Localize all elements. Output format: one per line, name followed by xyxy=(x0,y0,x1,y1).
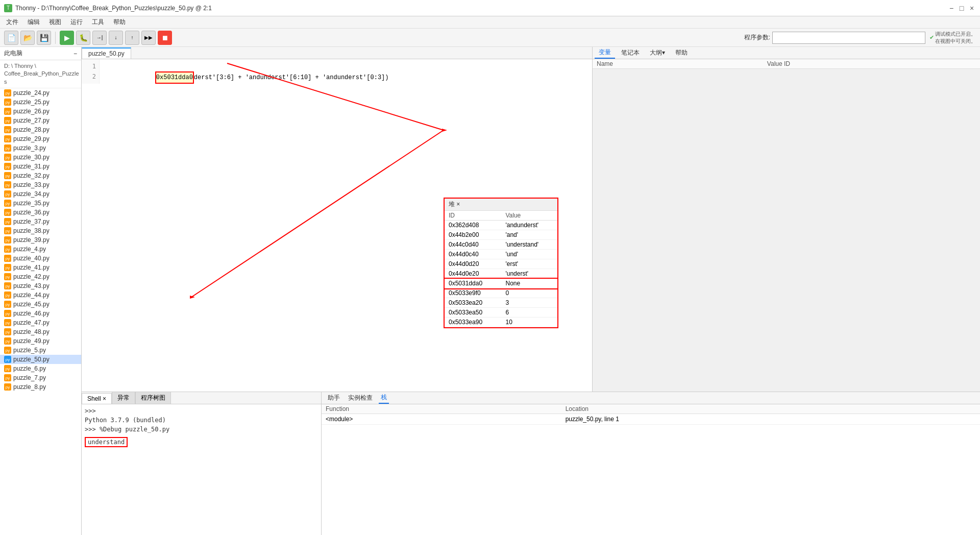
tab-puzzle50[interactable]: puzzle_50.py xyxy=(82,47,131,59)
sidebar-item-puzzle_35-py[interactable]: pypuzzle_35.py xyxy=(0,199,81,208)
save-file-button[interactable]: 💾 xyxy=(37,31,51,45)
sidebar-item-label: puzzle_24.py xyxy=(13,89,50,96)
title-left: T Thonny - D:\Thonny\Coffee_Break_Python… xyxy=(4,4,212,12)
shell-content[interactable]: >>> Python 3.7.9 (bundled) >>> %Debug pu… xyxy=(82,404,321,535)
sidebar-item-puzzle_4-py[interactable]: pypuzzle_4.py xyxy=(0,245,81,254)
step-out-button[interactable]: ↑ xyxy=(125,31,139,45)
menu-item-帮助[interactable]: 帮助 xyxy=(109,17,130,28)
sidebar-item-puzzle_37-py[interactable]: pypuzzle_37.py xyxy=(0,217,81,226)
sidebar-item-puzzle_45-py[interactable]: pypuzzle_45.py xyxy=(0,300,81,309)
sidebar-item-puzzle_8-py[interactable]: pypuzzle_8.py xyxy=(0,382,81,392)
shell-panel: Shell × 异常 程序树图 >>> Python 3.7.9 (bundle… xyxy=(82,392,322,535)
var-col-name: Name xyxy=(593,59,763,69)
sidebar-item-puzzle_7-py[interactable]: pypuzzle_7.py xyxy=(0,373,81,382)
file-icon: py xyxy=(4,246,11,253)
tab-program-tree[interactable]: 程序树图 xyxy=(135,392,171,404)
sidebar-item-puzzle_43-py[interactable]: pypuzzle_43.py xyxy=(0,281,81,290)
open-file-button[interactable]: 📂 xyxy=(20,31,35,45)
sidebar-item-puzzle_49-py[interactable]: pypuzzle_49.py xyxy=(0,336,81,346)
sidebar-item-puzzle_25-py[interactable]: pypuzzle_25.py xyxy=(0,98,81,107)
sidebar-item-label: puzzle_44.py xyxy=(13,291,50,299)
sidebar-item-puzzle_39-py[interactable]: pypuzzle_39.py xyxy=(0,235,81,245)
sidebar-item-puzzle_6-py[interactable]: pypuzzle_6.py xyxy=(0,364,81,373)
sidebar-item-puzzle_46-py[interactable]: pypuzzle_46.py xyxy=(0,309,81,318)
program-args-input[interactable] xyxy=(772,32,925,44)
sidebar-item-label: puzzle_48.py xyxy=(13,328,50,335)
menu-item-工具[interactable]: 工具 xyxy=(88,17,108,28)
sidebar-item-puzzle_26-py[interactable]: pypuzzle_26.py xyxy=(0,107,81,116)
tab-shell[interactable]: Shell × xyxy=(82,393,112,404)
close-button[interactable]: × xyxy=(968,4,976,12)
sidebar-item-label: puzzle_25.py xyxy=(13,99,50,106)
sidebar-collapse-icon[interactable]: − xyxy=(74,50,77,57)
tab-assistant[interactable]: 助手 xyxy=(326,393,342,403)
sidebar-item-puzzle_34-py[interactable]: pypuzzle_34.py xyxy=(0,189,81,199)
sidebar-item-puzzle_48-py[interactable]: pypuzzle_48.py xyxy=(0,327,81,336)
tab-exception[interactable]: 异常 xyxy=(112,392,135,404)
title-controls[interactable]: − □ × xyxy=(947,4,976,12)
maximize-button[interactable]: □ xyxy=(958,4,966,12)
sidebar-item-label: puzzle_41.py xyxy=(13,264,50,271)
menu-item-运行[interactable]: 运行 xyxy=(66,17,87,28)
tab-outline[interactable]: 大纲▾ xyxy=(646,47,669,58)
sidebar-item-label: puzzle_42.py xyxy=(13,273,50,280)
tab-notebook[interactable]: 笔记本 xyxy=(617,47,644,58)
sidebar-item-puzzle_42-py[interactable]: pypuzzle_42.py xyxy=(0,272,81,281)
new-file-button[interactable]: 📄 xyxy=(4,31,18,45)
file-icon: py xyxy=(4,291,11,299)
file-icon: py xyxy=(4,172,11,179)
sidebar-path: D: \ Thonny \ Coffee_Break_Python_Puzzle… xyxy=(0,60,81,88)
sidebar-item-puzzle_38-py[interactable]: pypuzzle_38.py xyxy=(0,226,81,235)
editor-tabs: puzzle_50.py xyxy=(82,47,592,59)
sidebar-item-puzzle_24-py[interactable]: pypuzzle_24.py xyxy=(0,88,81,98)
stack-panel: 助手 实例检查 栈 Function Location xyxy=(322,392,980,535)
file-icon: py xyxy=(4,108,11,115)
line-num-2: 2 xyxy=(82,71,99,82)
sidebar-item-label: puzzle_3.py xyxy=(13,144,46,152)
sidebar-item-puzzle_40-py[interactable]: pypuzzle_40.py xyxy=(0,254,81,263)
step-into-button[interactable]: ↓ xyxy=(109,31,123,45)
file-icon: py xyxy=(4,135,11,142)
stop-button[interactable]: ⏹ xyxy=(158,31,172,45)
debug-button[interactable]: 🐛 xyxy=(76,31,90,45)
sidebar-item-puzzle_28-py[interactable]: pypuzzle_28.py xyxy=(0,125,81,134)
menu-item-视图[interactable]: 视图 xyxy=(45,17,65,28)
sidebar-item-label: puzzle_7.py xyxy=(13,374,46,381)
tab-stack[interactable]: 栈 xyxy=(379,392,389,404)
sidebar-item-label: puzzle_33.py xyxy=(13,181,50,188)
var-col-value: Value ID xyxy=(763,59,980,69)
sidebar-item-puzzle_29-py[interactable]: pypuzzle_29.py xyxy=(0,134,81,143)
sidebar-item-puzzle_36-py[interactable]: pypuzzle_36.py xyxy=(0,208,81,217)
stack-row: <module> puzzle_50.py, line 1 xyxy=(322,414,980,425)
sidebar-item-puzzle_33-py[interactable]: pypuzzle_33.py xyxy=(0,180,81,189)
tab-instance-check[interactable]: 实例检查 xyxy=(346,393,375,403)
step-over-button[interactable]: →| xyxy=(92,31,107,45)
run-button[interactable]: ▶ xyxy=(60,31,74,45)
heap-row: 0x5033ea506 xyxy=(445,308,557,318)
heap-row: 0x5033ea203 xyxy=(445,298,557,308)
sidebar-item-puzzle_27-py[interactable]: pypuzzle_27.py xyxy=(0,116,81,125)
sidebar-item-puzzle_30-py[interactable]: pypuzzle_30.py xyxy=(0,153,81,162)
sidebar-item-puzzle_50-py[interactable]: pypuzzle_50.py xyxy=(0,355,81,364)
tab-variables[interactable]: 变量 xyxy=(595,47,615,59)
shell-debug-command: >>> %Debug puzzle_50.py xyxy=(85,426,318,433)
file-icon: py xyxy=(4,301,11,308)
menu-item-文件[interactable]: 文件 xyxy=(2,17,22,28)
resume-button[interactable]: ▶▶ xyxy=(141,31,156,45)
sidebar-item-puzzle_31-py[interactable]: pypuzzle_31.py xyxy=(0,162,81,171)
sidebar-item-puzzle_47-py[interactable]: pypuzzle_47.py xyxy=(0,318,81,327)
sidebar-item-label: puzzle_43.py xyxy=(13,282,50,289)
sidebar-item-label: puzzle_26.py xyxy=(13,108,50,115)
sidebar-item-puzzle_41-py[interactable]: pypuzzle_41.py xyxy=(0,263,81,272)
minimize-button[interactable]: − xyxy=(947,4,955,12)
file-icon: py xyxy=(4,365,11,372)
sidebar-item-puzzle_32-py[interactable]: pypuzzle_32.py xyxy=(0,171,81,180)
sidebar-item-puzzle_3-py[interactable]: pypuzzle_3.py xyxy=(0,143,81,153)
menu-item-编辑[interactable]: 编辑 xyxy=(23,17,44,28)
tab-help[interactable]: 帮助 xyxy=(671,47,692,58)
file-icon: py xyxy=(4,181,11,188)
sidebar-item-label: puzzle_38.py xyxy=(13,227,50,234)
sidebar-file-list: pypuzzle_24.pypypuzzle_25.pypypuzzle_26.… xyxy=(0,88,81,535)
sidebar-item-puzzle_44-py[interactable]: pypuzzle_44.py xyxy=(0,290,81,300)
sidebar-item-puzzle_5-py[interactable]: pypuzzle_5.py xyxy=(0,346,81,355)
